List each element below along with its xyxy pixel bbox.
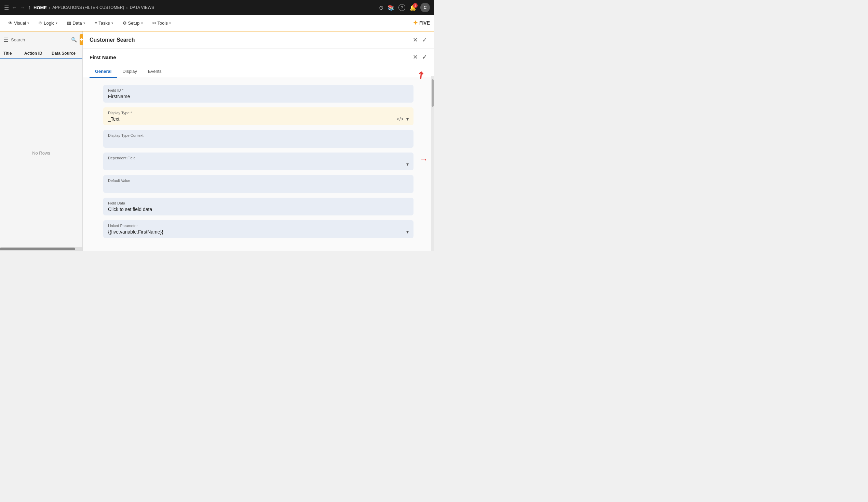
top-nav: ☰ ← → ↑ HOME › APPLICATIONS (FILTER CUST…: [0, 0, 434, 15]
top-nav-left: ☰ ← → ↑ HOME › APPLICATIONS (FILTER CUST…: [4, 4, 376, 11]
tasks-label: Tasks: [99, 21, 110, 26]
setup-arrow: ▾: [141, 21, 143, 25]
field-id-field: Field ID * FirstName: [103, 85, 413, 103]
five-logo-text: FIVE: [419, 20, 430, 26]
data-arrow: ▾: [83, 21, 85, 25]
toolbar-tools[interactable]: ✂ Tools ▾: [148, 19, 175, 28]
panel-confirm-button[interactable]: ✓: [422, 36, 427, 44]
panel-header-actions: ✕ ✓: [413, 36, 427, 44]
breadcrumb-applications[interactable]: APPLICATIONS (FILTER CUSTOMER): [52, 5, 124, 10]
search-input[interactable]: [11, 37, 68, 42]
tools-label: Tools: [157, 21, 168, 26]
tab-display[interactable]: Display: [117, 65, 143, 78]
horizontal-scrollbar[interactable]: [0, 247, 82, 251]
forward-icon[interactable]: →: [20, 4, 25, 11]
tab-events[interactable]: Events: [143, 65, 167, 78]
right-panel-wrapper: Customer Search ✕ ✓ First Name ✕ ✓ Ge: [83, 31, 434, 251]
linked-parameter-row: {{five.variable.FirstName}} ▾: [108, 229, 409, 234]
column-title: Title: [3, 51, 24, 56]
dependent-field-label: Dependent Field: [108, 156, 409, 160]
column-data-source: Data Source: [52, 51, 79, 56]
search-icon[interactable]: 🔍: [71, 37, 77, 42]
dependent-field-row: ▾: [108, 161, 409, 167]
bell-icon[interactable]: 🔔 1: [410, 4, 416, 11]
toolbar-setup[interactable]: ⚙ Setup ▾: [118, 19, 147, 28]
breadcrumb-sep-2: ›: [126, 5, 127, 10]
display-type-label: Display Type *: [108, 111, 409, 115]
linked-parameter-chevron[interactable]: ▾: [406, 229, 409, 234]
help-icon[interactable]: ?: [399, 4, 405, 11]
right-panel: Customer Search ✕ ✓ First Name ✕ ✓ Ge: [83, 31, 434, 251]
display-type-field: Display Type * _Text </> ▾: [103, 107, 413, 125]
linked-parameter-label: Linked Parameter: [108, 224, 409, 228]
dependent-field-chevron[interactable]: ▾: [406, 161, 409, 167]
toolbar: 👁 Visual ▾ ⟳ Logic ▾ ▦ Data ▾ ≡ Tasks ▾ …: [0, 15, 434, 31]
data-icon: ▦: [67, 21, 71, 26]
dependent-field-field: Dependent Field ▾: [103, 152, 413, 170]
panel-close-button[interactable]: ✕: [413, 36, 418, 44]
breadcrumb: HOME › APPLICATIONS (FILTER CUSTOMER) › …: [33, 5, 154, 10]
home-link[interactable]: HOME: [33, 5, 47, 10]
field-data-field[interactable]: Field Data Click to set field data: [103, 198, 413, 215]
avatar[interactable]: C: [420, 3, 430, 12]
toolbar-data[interactable]: ▦ Data ▾: [63, 19, 89, 28]
linked-parameter-value[interactable]: {{five.variable.FirstName}}: [108, 229, 406, 234]
breadcrumb-sep-1: ›: [49, 5, 50, 10]
vertical-scroll-thumb[interactable]: [432, 79, 434, 107]
default-value-value[interactable]: [108, 184, 409, 189]
main-content: ☰ 🔍 + Title Action ID Data Source No Row…: [0, 31, 434, 251]
breadcrumb-dataviews[interactable]: DATA VIEWS: [130, 5, 154, 10]
data-label: Data: [72, 21, 82, 26]
tools-icon: ✂: [152, 21, 156, 26]
inner-panel: First Name ✕ ✓ General Display Events: [83, 49, 434, 251]
list-header: Title Action ID Data Source: [0, 48, 82, 59]
panel-header: Customer Search ✕ ✓: [83, 31, 434, 49]
tools-arrow: ▾: [169, 21, 171, 25]
dependent-field-value[interactable]: [108, 161, 406, 167]
visual-icon: 👁: [8, 21, 13, 26]
logic-icon: ⟳: [39, 21, 42, 26]
setup-label: Setup: [128, 21, 140, 26]
inner-panel-title: First Name: [90, 54, 413, 60]
tasks-icon: ≡: [95, 21, 97, 26]
code-icon[interactable]: </>: [397, 116, 404, 122]
toolbar-visual[interactable]: 👁 Visual ▾: [4, 19, 33, 28]
inner-confirm-button[interactable]: ✓: [422, 53, 427, 61]
inner-panel-header: First Name ✕ ✓: [83, 49, 434, 65]
display-type-context-value[interactable]: [108, 139, 409, 144]
default-value-label: Default Value: [108, 179, 409, 183]
five-logo: ✦ FIVE: [413, 19, 430, 27]
field-data-label: Field Data: [108, 201, 409, 205]
inner-close-button[interactable]: ✕: [413, 53, 418, 61]
default-value-field: Default Value: [103, 175, 413, 193]
display-type-chevron[interactable]: ▾: [406, 116, 409, 122]
field-data-value[interactable]: Click to set field data: [108, 207, 409, 212]
top-nav-right: ⊙ 📚 ? 🔔 1 C: [379, 3, 430, 12]
books-icon[interactable]: 📚: [388, 4, 394, 11]
scroll-thumb[interactable]: [0, 248, 75, 250]
tab-bar: General Display Events: [83, 65, 434, 78]
hamburger-icon[interactable]: ☰: [4, 4, 9, 11]
setup-icon: ⚙: [123, 21, 127, 26]
display-type-icons: </> ▾: [397, 116, 409, 122]
display-type-value[interactable]: _Text: [108, 116, 397, 122]
visual-arrow: ▾: [27, 21, 29, 25]
left-panel: ☰ 🔍 + Title Action ID Data Source No Row…: [0, 31, 83, 251]
column-action-id: Action ID: [24, 51, 52, 56]
toolbar-tasks[interactable]: ≡ Tasks ▾: [91, 19, 117, 28]
inner-panel-actions: ✕ ✓: [413, 53, 427, 61]
up-icon[interactable]: ↑: [28, 4, 31, 11]
filter-icon[interactable]: ☰: [3, 37, 8, 43]
logic-arrow: ▾: [56, 21, 58, 25]
logic-label: Logic: [44, 21, 54, 26]
display-type-row: _Text </> ▾: [108, 116, 409, 122]
field-id-value[interactable]: FirstName: [108, 94, 409, 99]
no-rows-message: No Rows: [0, 59, 82, 247]
toolbar-logic[interactable]: ⟳ Logic ▾: [34, 19, 62, 28]
tab-general[interactable]: General: [90, 65, 117, 78]
vertical-scrollbar[interactable]: [431, 76, 434, 251]
display-type-context-field: Display Type Context: [103, 130, 413, 148]
form-content: Field ID * FirstName Display Type * _Tex…: [83, 78, 434, 251]
back-icon[interactable]: ←: [12, 4, 17, 11]
circle-icon[interactable]: ⊙: [379, 4, 383, 11]
